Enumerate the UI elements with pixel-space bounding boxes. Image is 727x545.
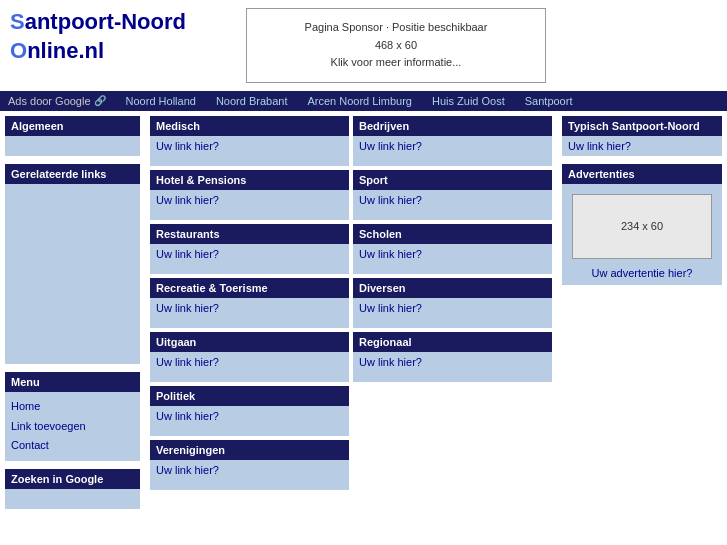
sidebar-gerelateerde-header: Gerelateerde links	[5, 164, 140, 184]
cat-diversen-body: Uw link hier?	[353, 298, 552, 328]
cat-politiek-link[interactable]: Uw link hier?	[156, 410, 219, 422]
cat-restaurants-header: Restaurants	[150, 224, 349, 244]
sidebar-zoeken-content	[5, 489, 140, 509]
cat-hotel: Hotel & Pensions Uw link hier?	[150, 170, 349, 220]
cat-verenigingen-body: Uw link hier?	[150, 460, 349, 490]
cat-diversen-link[interactable]: Uw link hier?	[359, 302, 422, 314]
cat-hotel-header: Hotel & Pensions	[150, 170, 349, 190]
cat-uitgaan: Uitgaan Uw link hier?	[150, 332, 349, 382]
right-typisch-header: Typisch Santpoort-Noord	[562, 116, 722, 136]
cat-sport: Sport Uw link hier?	[353, 170, 552, 220]
cat-row-1: Medisch Uw link hier? Bedrijven Uw link …	[150, 116, 552, 166]
cat-regionaal-link[interactable]: Uw link hier?	[359, 356, 422, 368]
right-typisch-link[interactable]: Uw link hier?	[568, 140, 631, 152]
cat-row7-empty	[353, 440, 552, 490]
cat-verenigingen: Verenigingen Uw link hier?	[150, 440, 349, 490]
sidebar-algemeen-header: Algemeen	[5, 116, 140, 136]
cat-row-2: Hotel & Pensions Uw link hier? Sport Uw …	[150, 170, 552, 220]
menu-link-contact[interactable]: Contact	[11, 436, 134, 456]
right-typisch-body: Uw link hier?	[562, 136, 722, 156]
cat-restaurants: Restaurants Uw link hier?	[150, 224, 349, 274]
sidebar-menu-header: Menu	[5, 372, 140, 392]
sponsor-box[interactable]: Pagina Sponsor · Positie beschikbaar 468…	[246, 8, 546, 83]
menu-link-home[interactable]: Home	[11, 397, 134, 417]
cat-uitgaan-header: Uitgaan	[150, 332, 349, 352]
sidebar-menu: Menu Home Link toevoegen Contact	[5, 372, 140, 461]
right-advertenties-body: 234 x 60 Uw advertentie hier?	[562, 184, 722, 285]
cat-row-7: Verenigingen Uw link hier?	[150, 440, 552, 490]
cat-scholen-header: Scholen	[353, 224, 552, 244]
cat-row6-empty	[353, 386, 552, 436]
cat-row-5: Uitgaan Uw link hier? Regionaal Uw link …	[150, 332, 552, 382]
sponsor-line2: 468 x 60	[267, 37, 525, 55]
cat-sport-link[interactable]: Uw link hier?	[359, 194, 422, 206]
sponsor-line3: Klik voor meer informatie...	[267, 54, 525, 72]
cat-uitgaan-body: Uw link hier?	[150, 352, 349, 382]
cat-row-4: Recreatie & Toerisme Uw link hier? Diver…	[150, 278, 552, 328]
cat-bedrijven: Bedrijven Uw link hier?	[353, 116, 552, 166]
right-typisch: Typisch Santpoort-Noord Uw link hier?	[562, 116, 722, 156]
nav-link-noord-brabant[interactable]: Noord Brabant	[216, 95, 288, 107]
cat-diversen-header: Diversen	[353, 278, 552, 298]
cat-hotel-link[interactable]: Uw link hier?	[156, 194, 219, 206]
cat-regionaal-body: Uw link hier?	[353, 352, 552, 382]
ad-box[interactable]: 234 x 60	[572, 194, 712, 259]
nav-link-arcen[interactable]: Arcen Noord Limburg	[307, 95, 412, 107]
sidebar-zoeken: Zoeken in Google	[5, 469, 140, 509]
cat-medisch-header: Medisch	[150, 116, 349, 136]
cat-politiek-header: Politiek	[150, 386, 349, 406]
cat-regionaal-header: Regionaal	[353, 332, 552, 352]
sidebar-algemeen: Algemeen	[5, 116, 140, 156]
cat-recreatie: Recreatie & Toerisme Uw link hier?	[150, 278, 349, 328]
cat-scholen: Scholen Uw link hier?	[353, 224, 552, 274]
cat-recreatie-header: Recreatie & Toerisme	[150, 278, 349, 298]
right-sidebar: Typisch Santpoort-Noord Uw link hier? Ad…	[557, 111, 727, 518]
ad-size-label: 234 x 60	[621, 220, 663, 232]
nav-bar: Ads door Google 🔗 Noord Holland Noord Br…	[0, 91, 727, 111]
cat-uitgaan-link[interactable]: Uw link hier?	[156, 356, 219, 368]
nav-link-noord-holland[interactable]: Noord Holland	[126, 95, 196, 107]
cat-recreatie-link[interactable]: Uw link hier?	[156, 302, 219, 314]
cat-medisch: Medisch Uw link hier?	[150, 116, 349, 166]
header: Santpoort-Noord Online.nl Pagina Sponsor…	[0, 0, 727, 91]
sidebar-gerelateerde-content	[5, 184, 140, 364]
cat-medisch-body: Uw link hier?	[150, 136, 349, 166]
cat-scholen-body: Uw link hier?	[353, 244, 552, 274]
cat-regionaal: Regionaal Uw link hier?	[353, 332, 552, 382]
nav-link-santpoort[interactable]: Santpoort	[525, 95, 573, 107]
cat-sport-body: Uw link hier?	[353, 190, 552, 220]
right-advertenties: Advertenties 234 x 60 Uw advertentie hie…	[562, 164, 722, 285]
cat-verenigingen-header: Verenigingen	[150, 440, 349, 460]
external-link-icon: 🔗	[94, 95, 106, 106]
cat-restaurants-body: Uw link hier?	[150, 244, 349, 274]
sidebar-gerelateerde: Gerelateerde links	[5, 164, 140, 364]
left-sidebar: Algemeen Gerelateerde links Menu Home Li…	[0, 111, 145, 518]
cat-sport-header: Sport	[353, 170, 552, 190]
cat-hotel-body: Uw link hier?	[150, 190, 349, 220]
cat-bedrijven-body: Uw link hier?	[353, 136, 552, 166]
sidebar-zoeken-header: Zoeken in Google	[5, 469, 140, 489]
ad-link[interactable]: Uw advertentie hier?	[592, 267, 693, 279]
cat-row-3: Restaurants Uw link hier? Scholen Uw lin…	[150, 224, 552, 274]
sponsor-line1: Pagina Sponsor · Positie beschikbaar	[267, 19, 525, 37]
sidebar-menu-content: Home Link toevoegen Contact	[5, 392, 140, 461]
menu-link-toevoegen[interactable]: Link toevoegen	[11, 417, 134, 437]
cat-row-6: Politiek Uw link hier?	[150, 386, 552, 436]
main-layout: Algemeen Gerelateerde links Menu Home Li…	[0, 111, 727, 518]
sidebar-algemeen-content	[5, 136, 140, 156]
cat-politiek-body: Uw link hier?	[150, 406, 349, 436]
cat-bedrijven-link[interactable]: Uw link hier?	[359, 140, 422, 152]
logo: Santpoort-Noord Online.nl	[10, 8, 186, 65]
cat-restaurants-link[interactable]: Uw link hier?	[156, 248, 219, 260]
cat-bedrijven-header: Bedrijven	[353, 116, 552, 136]
cat-diversen: Diversen Uw link hier?	[353, 278, 552, 328]
cat-recreatie-body: Uw link hier?	[150, 298, 349, 328]
right-advertenties-header: Advertenties	[562, 164, 722, 184]
ads-google-label: Ads door Google 🔗	[8, 95, 106, 107]
cat-scholen-link[interactable]: Uw link hier?	[359, 248, 422, 260]
cat-medisch-link[interactable]: Uw link hier?	[156, 140, 219, 152]
cat-politiek: Politiek Uw link hier?	[150, 386, 349, 436]
nav-link-huis-zuid-oost[interactable]: Huis Zuid Oost	[432, 95, 505, 107]
cat-verenigingen-link[interactable]: Uw link hier?	[156, 464, 219, 476]
center-content: Medisch Uw link hier? Bedrijven Uw link …	[145, 111, 557, 518]
